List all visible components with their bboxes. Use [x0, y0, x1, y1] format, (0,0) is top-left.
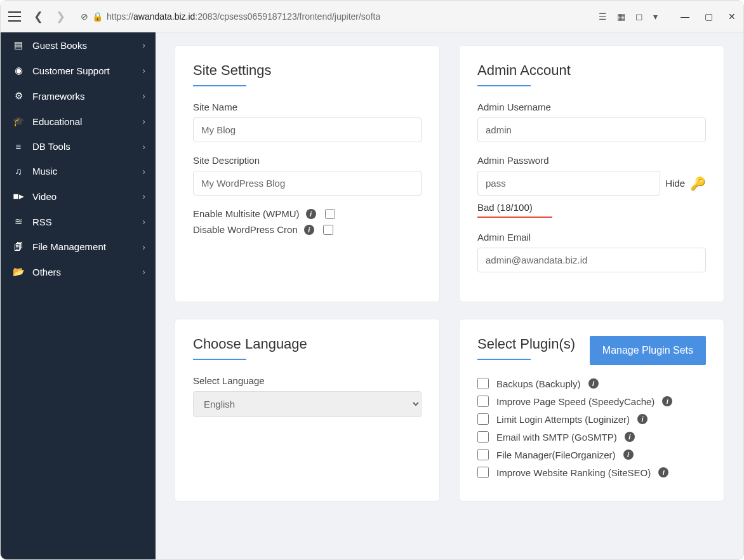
sidebar-item-educational[interactable]: 🎓Educational›	[1, 109, 156, 134]
sidebar-item-guest-books[interactable]: ▤Guest Books›	[1, 32, 156, 58]
site-desc-input[interactable]	[193, 171, 422, 196]
multisite-label: Enable Multisite (WPMU)	[193, 208, 300, 219]
plugin-row: File Manager(FileOrganizer) i	[477, 449, 706, 460]
plugin-checkbox[interactable]	[477, 431, 489, 443]
site-desc-label: Site Description	[193, 155, 422, 166]
plugin-checkbox[interactable]	[477, 449, 489, 460]
sidebar-item-label: Music	[32, 166, 57, 177]
language-label: Select Language	[193, 375, 422, 386]
info-icon[interactable]: i	[304, 225, 314, 235]
qr-icon[interactable]: ▦	[617, 11, 625, 22]
email-input[interactable]	[477, 248, 706, 272]
cron-label: Disable WordPress Cron	[193, 224, 298, 235]
card-title: Site Settings	[193, 62, 422, 79]
chevron-right-icon: ›	[142, 267, 145, 277]
browser-chrome: ❮ ❯ ⊘ 🔒 https://awandata.biz.id:2083/cps…	[1, 1, 743, 32]
url-text: https://awandata.biz.id:2083/cpsess06591…	[107, 11, 380, 22]
chevron-right-icon: ›	[142, 91, 145, 101]
info-icon[interactable]: i	[306, 209, 316, 219]
minimize-button[interactable]: —	[681, 11, 689, 22]
email-label: Admin Email	[477, 232, 706, 243]
plugin-label: Backups (Backuply)	[496, 378, 581, 389]
key-icon[interactable]: 🔑	[690, 176, 706, 191]
chevron-right-icon: ›	[142, 191, 145, 201]
sidebar-item-file-management[interactable]: 🗐File Management›	[1, 234, 156, 259]
sidebar-item-label: Educational	[32, 116, 82, 127]
graduation-icon: 🎓	[11, 116, 26, 127]
forward-button[interactable]: ❯	[56, 10, 65, 23]
gears-icon: ⚙	[11, 90, 26, 102]
plugin-label: Improve Page Speed (SpeedyCache)	[496, 396, 654, 407]
site-settings-card: Site Settings Site Name Site Description…	[175, 45, 440, 302]
main-content: Site Settings Site Name Site Description…	[156, 32, 743, 560]
password-input[interactable]	[477, 171, 660, 196]
database-icon: ≡	[11, 141, 26, 152]
sidebar-item-label: Frameworks	[32, 91, 85, 102]
info-icon[interactable]: i	[662, 396, 672, 406]
plugin-checkbox[interactable]	[477, 396, 489, 407]
card-title: Select Plugin(s)	[477, 336, 575, 352]
plugin-label: Limit Login Attempts (Loginizer)	[496, 414, 630, 425]
sidebar-item-label: Video	[32, 191, 56, 202]
close-button[interactable]: ✕	[728, 11, 736, 22]
info-icon[interactable]: i	[637, 414, 648, 424]
sidebar-item-music[interactable]: ♫Music›	[1, 159, 156, 183]
sidebar-item-label: Guest Books	[32, 40, 87, 51]
reader-icon[interactable]: ☰	[599, 11, 607, 22]
plugin-label: File Manager(FileOrganizer)	[496, 450, 616, 460]
sidebar-item-label: DB Tools	[32, 141, 70, 152]
manage-plugin-sets-button[interactable]: Manage Plugin Sets	[590, 336, 706, 365]
plugin-row: Limit Login Attempts (Loginizer) i	[477, 413, 706, 425]
sidebar-item-label: File Management	[32, 241, 106, 252]
shield-icon: ⊘	[81, 11, 88, 22]
sidebar-item-frameworks[interactable]: ⚙Frameworks›	[1, 83, 156, 109]
plugin-checkbox[interactable]	[477, 413, 489, 425]
language-card: Choose Language Select Language English	[175, 319, 440, 502]
password-label: Admin Password	[477, 155, 706, 166]
sidebar-item-customer-support[interactable]: ◉Customer Support›	[1, 58, 156, 83]
sidebar-item-others[interactable]: 📂Others›	[1, 259, 156, 284]
site-name-label: Site Name	[193, 102, 422, 112]
sidebar-item-db-tools[interactable]: ≡DB Tools›	[1, 134, 156, 159]
sidebar-item-rss[interactable]: ≋RSS›	[1, 209, 156, 234]
back-button[interactable]: ❮	[34, 10, 43, 23]
lock-icon: 🔒	[92, 11, 103, 22]
chevron-right-icon: ›	[142, 142, 145, 152]
maximize-button[interactable]: ▢	[705, 11, 713, 22]
site-name-input[interactable]	[193, 117, 422, 142]
sidebar-item-label: Customer Support	[32, 65, 110, 76]
chevron-right-icon: ›	[142, 40, 145, 50]
hamburger-icon[interactable]	[8, 11, 21, 22]
info-icon[interactable]: i	[623, 450, 634, 460]
username-label: Admin Username	[477, 102, 706, 112]
plugin-checkbox[interactable]	[477, 467, 489, 478]
strength-bar	[477, 217, 552, 218]
hide-toggle[interactable]: Hide	[665, 178, 685, 189]
cron-checkbox[interactable]	[323, 225, 333, 235]
multisite-checkbox[interactable]	[325, 209, 335, 219]
language-select[interactable]: English	[193, 391, 422, 417]
admin-account-card: Admin Account Admin Username Admin Passw…	[459, 45, 724, 302]
chevron-right-icon: ›	[142, 65, 145, 76]
plugin-label: Email with SMTP (GoSMTP)	[496, 432, 617, 443]
dropdown-icon[interactable]: ▾	[653, 11, 658, 22]
chevron-right-icon: ›	[142, 166, 145, 177]
info-icon[interactable]: i	[588, 378, 599, 389]
plugin-row: Backups (Backuply) i	[477, 378, 706, 389]
chevron-right-icon: ›	[142, 116, 145, 126]
plugin-label: Improve Website Ranking (SiteSEO)	[496, 467, 651, 478]
info-icon[interactable]: i	[658, 467, 668, 477]
bookmark-icon[interactable]: ◻	[635, 11, 643, 22]
chevron-right-icon: ›	[142, 242, 145, 252]
info-icon[interactable]: i	[625, 432, 635, 442]
sidebar-item-video[interactable]: ■▸Video›	[1, 183, 156, 209]
sidebar-item-label: RSS	[32, 217, 52, 227]
sidebar: ▤Guest Books›◉Customer Support›⚙Framewor…	[1, 32, 156, 560]
url-bar[interactable]: ⊘ 🔒 https://awandata.biz.id:2083/cpsess0…	[81, 11, 591, 22]
username-input[interactable]	[477, 117, 706, 142]
files-icon: 🗐	[11, 241, 26, 252]
sidebar-item-label: Others	[32, 267, 61, 277]
password-strength: Bad (18/100)	[477, 202, 706, 213]
plugins-card: Select Plugin(s) Manage Plugin Sets Back…	[459, 319, 724, 502]
plugin-checkbox[interactable]	[477, 378, 489, 389]
